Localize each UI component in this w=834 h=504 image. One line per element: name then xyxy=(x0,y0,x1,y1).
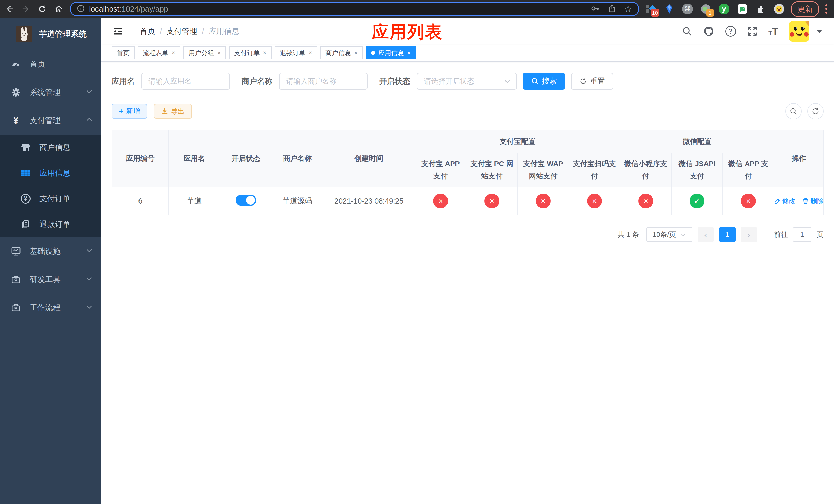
fullscreen-icon[interactable] xyxy=(747,26,758,37)
edit-link[interactable]: 修改 xyxy=(774,197,795,206)
sidebar-logo[interactable]: 芋道管理系统 xyxy=(0,18,101,50)
delete-link[interactable]: 删除 xyxy=(802,197,824,206)
search-icon[interactable] xyxy=(682,26,693,37)
breadcrumb-payment[interactable]: 支付管理 xyxy=(167,26,197,37)
search-button[interactable]: 搜索 xyxy=(523,73,565,90)
filter-form: 应用名 商户名称 开启状态 请选择开启状态 搜索 xyxy=(112,73,824,90)
sidebar-item-app-info[interactable]: 应用信息 xyxy=(0,160,101,186)
app-name-input[interactable] xyxy=(141,73,230,90)
reload-icon[interactable] xyxy=(38,4,47,14)
export-button[interactable]: 导出 xyxy=(154,104,192,119)
extension-command-icon[interactable]: ⌘ xyxy=(682,4,693,14)
tab-pay-orders[interactable]: 支付订单× xyxy=(229,46,271,60)
user-avatar[interactable] xyxy=(789,21,809,42)
browser-menu-icon[interactable] xyxy=(825,4,827,14)
col-wechat-app: 微信 APP 支付 xyxy=(723,153,774,187)
home-icon[interactable] xyxy=(54,4,64,14)
tab-home[interactable]: 首页 xyxy=(112,46,135,60)
url-bar-actions: ☆ xyxy=(591,4,632,14)
breadcrumb-home[interactable]: 首页 xyxy=(140,26,155,37)
plus-icon: + xyxy=(119,107,124,115)
extension-recorder-icon[interactable]: 1 xyxy=(700,3,711,15)
tab-merchant-info[interactable]: 商户信息× xyxy=(320,46,363,60)
help-icon[interactable]: ? xyxy=(725,26,736,37)
reset-button[interactable]: 重置 xyxy=(571,73,613,90)
extension-gem-icon[interactable] xyxy=(664,3,675,15)
status-select[interactable]: 请选择开启状态 xyxy=(417,73,517,90)
page-content: 应用名 商户名称 开启状态 请选择开启状态 搜索 xyxy=(101,62,834,504)
sidebar-item-workflow[interactable]: 工作流程 xyxy=(0,294,101,322)
next-page-button[interactable]: › xyxy=(741,227,757,242)
site-info-icon[interactable] xyxy=(77,4,85,14)
tab-app-info-active[interactable]: 应用信息× xyxy=(366,46,416,60)
goto-page-input[interactable] xyxy=(793,227,811,242)
share-icon[interactable] xyxy=(608,4,616,14)
profile-avatar-icon[interactable] xyxy=(773,3,785,15)
col-alipay-qr: 支付宝扫码支付 xyxy=(569,153,620,187)
sidebar-item-payment[interactable]: ¥ 支付管理 xyxy=(0,107,101,135)
tab-user-group[interactable]: 用户分组× xyxy=(183,46,226,60)
refresh-icon xyxy=(579,77,587,85)
tab-process-form[interactable]: 流程表单× xyxy=(138,46,180,60)
avatar-caret-icon[interactable] xyxy=(816,30,822,33)
goto-label: 前往 xyxy=(774,230,788,239)
sidebar-item-label: 支付管理 xyxy=(30,115,86,126)
close-icon[interactable]: × xyxy=(263,50,266,56)
close-icon[interactable]: × xyxy=(308,50,312,56)
alipay-pc-status-icon: × xyxy=(484,193,499,208)
password-key-icon[interactable] xyxy=(591,4,600,14)
active-tab-dot xyxy=(371,51,375,55)
col-actions: 操作 xyxy=(774,130,824,187)
sidebar-item-infrastructure[interactable]: 基础设施 xyxy=(0,237,101,265)
merchant-name-input[interactable] xyxy=(279,73,368,90)
add-button[interactable]: + 新增 xyxy=(112,104,147,119)
github-icon[interactable] xyxy=(703,26,715,37)
close-icon[interactable]: × xyxy=(354,50,358,56)
url-bar[interactable]: localhost:1024/pay/app ☆ xyxy=(70,2,639,16)
search-icon xyxy=(531,77,539,85)
alipay-wap-status-icon: × xyxy=(536,193,551,208)
tab-refund-orders[interactable]: 退款订单× xyxy=(275,46,317,60)
bookmark-star-icon[interactable]: ☆ xyxy=(624,4,632,14)
cell-status xyxy=(220,187,272,215)
extension-y-icon[interactable]: y xyxy=(719,4,729,14)
extension-metamask-icon[interactable]: 10 xyxy=(645,3,657,15)
col-alipay-app: 支付宝 APP 支付 xyxy=(415,153,466,187)
page-size-select[interactable]: 10条/页 xyxy=(646,227,693,242)
prev-page-button[interactable]: ‹ xyxy=(698,227,714,242)
monitor-chart-icon xyxy=(10,246,22,256)
refresh-table-button[interactable] xyxy=(807,103,824,119)
sidebar-menu: 首页 系统管理 ¥ 支付管理 xyxy=(0,50,101,322)
browser-update-button[interactable]: 更新 xyxy=(791,1,819,17)
sidebar-item-home[interactable]: 首页 xyxy=(0,50,101,78)
close-icon[interactable]: × xyxy=(217,50,221,56)
forward-icon[interactable] xyxy=(21,4,31,14)
sidebar-item-merchant-info[interactable]: 商户信息 xyxy=(0,135,101,160)
sidebar-item-pay-orders[interactable]: ¥ 支付订单 xyxy=(0,186,101,211)
toolbox-icon xyxy=(10,275,22,284)
page-number-1[interactable]: 1 xyxy=(719,227,736,242)
cell-created: 2021-10-23 08:49:25 xyxy=(323,187,415,215)
col-group-alipay: 支付宝配置 xyxy=(415,130,620,153)
status-toggle[interactable] xyxy=(236,194,256,206)
close-icon[interactable]: × xyxy=(172,50,175,56)
close-icon[interactable]: × xyxy=(407,50,411,56)
browser-chrome: localhost:1024/pay/app ☆ 10 ⌘ xyxy=(0,0,834,18)
back-icon[interactable] xyxy=(5,4,14,14)
col-merchant: 商户名称 xyxy=(272,130,323,187)
extension-puzzle-icon[interactable] xyxy=(755,3,766,15)
sidebar-item-label: 研发工具 xyxy=(30,274,86,285)
sidebar-toggle-icon[interactable] xyxy=(113,26,123,37)
sidebar-item-system[interactable]: 系统管理 xyxy=(0,78,101,107)
pagination: 共 1 条 10条/页 ‹ 1 › 前往 页 xyxy=(112,227,824,242)
sidebar-item-label: 退款订单 xyxy=(40,219,93,230)
chevron-down-icon xyxy=(86,303,93,312)
sidebar-item-refund-orders[interactable]: 退款订单 xyxy=(0,211,101,237)
sidebar-item-dev-tools[interactable]: 研发工具 xyxy=(0,265,101,294)
documents-icon xyxy=(20,220,31,229)
url-path: :1024/pay/app xyxy=(119,5,168,13)
extension-chat-icon[interactable] xyxy=(737,3,748,15)
font-size-icon[interactable]: TT xyxy=(768,26,778,36)
total-count: 共 1 条 xyxy=(618,230,639,239)
toggle-search-button[interactable] xyxy=(785,103,802,119)
